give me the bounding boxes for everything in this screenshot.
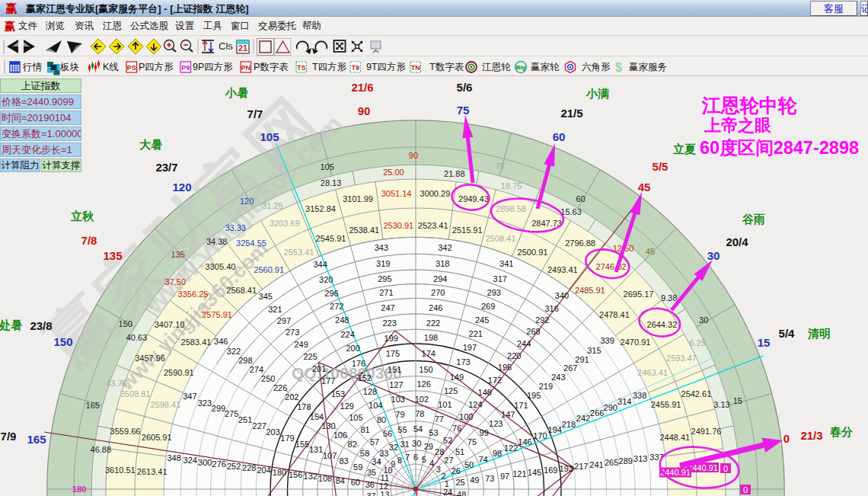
svg-text:245: 245 — [475, 315, 489, 325]
svg-text:105: 105 — [320, 162, 333, 171]
svg-text:43.75: 43.75 — [106, 379, 127, 388]
svg-text:147: 147 — [501, 410, 515, 419]
svg-text:江恩轮中轮: 江恩轮中轮 — [701, 94, 798, 116]
svg-text:3356.25: 3356.25 — [178, 290, 209, 299]
svg-text:321: 321 — [268, 305, 282, 314]
svg-text:131: 131 — [309, 445, 323, 454]
svg-text:170: 170 — [533, 431, 547, 440]
svg-text:223: 223 — [382, 318, 396, 328]
svg-text:2590.91: 2590.91 — [164, 368, 194, 377]
svg-text:225: 225 — [303, 352, 317, 361]
svg-text:20/4: 20/4 — [726, 235, 748, 248]
svg-text:244: 244 — [517, 339, 531, 348]
svg-text:271: 271 — [379, 288, 393, 297]
svg-text:300: 300 — [198, 458, 212, 467]
svg-text:224: 224 — [340, 330, 354, 339]
svg-text:265: 265 — [605, 458, 618, 467]
svg-text:196: 196 — [498, 363, 512, 372]
svg-text:249: 249 — [294, 340, 308, 349]
svg-text:317: 317 — [493, 274, 507, 283]
svg-text:T9: T9 — [352, 64, 360, 72]
svg-text:320: 320 — [319, 275, 333, 284]
svg-text:203: 203 — [266, 427, 279, 437]
svg-text:33.33: 33.33 — [225, 223, 246, 232]
svg-text:2583.41: 2583.41 — [181, 338, 212, 347]
svg-text:82: 82 — [348, 440, 357, 449]
svg-text:37.50: 37.50 — [165, 277, 187, 286]
svg-text:2478.41: 2478.41 — [599, 310, 630, 319]
svg-text:135: 135 — [103, 249, 122, 262]
svg-text:Cls: Cls — [219, 40, 233, 52]
svg-text:60: 60 — [351, 478, 360, 487]
svg-text:50: 50 — [464, 460, 474, 469]
svg-text:146: 146 — [518, 437, 531, 446]
svg-text:169: 169 — [544, 466, 557, 475]
svg-text:346: 346 — [214, 337, 228, 346]
svg-text:2598.41: 2598.41 — [151, 400, 181, 409]
svg-text:270: 270 — [431, 288, 445, 297]
svg-text:248: 248 — [335, 315, 349, 325]
svg-text:3305.40: 3305.40 — [206, 262, 236, 271]
svg-text:P9: P9 — [181, 64, 190, 72]
svg-text:299: 299 — [212, 404, 225, 413]
svg-text:59: 59 — [353, 462, 362, 472]
svg-text:323: 323 — [198, 398, 212, 408]
svg-text:2493.41: 2493.41 — [547, 265, 578, 274]
svg-text:135: 135 — [171, 250, 185, 259]
svg-text:2530.91: 2530.91 — [383, 221, 413, 230]
svg-text:2644.32: 2644.32 — [647, 320, 678, 329]
svg-text:276: 276 — [212, 459, 226, 469]
svg-text:150: 150 — [419, 365, 432, 374]
svg-text:293: 293 — [487, 288, 501, 297]
svg-text:153: 153 — [331, 389, 345, 398]
svg-text:25.00: 25.00 — [383, 168, 404, 177]
svg-text:193: 193 — [560, 464, 573, 473]
svg-text:PN: PN — [241, 64, 251, 72]
svg-text:173: 173 — [456, 357, 470, 366]
svg-text:37: 37 — [366, 491, 375, 496]
svg-text:78: 78 — [415, 409, 424, 418]
svg-text:81: 81 — [360, 425, 369, 434]
svg-text:46.88: 46.88 — [91, 445, 112, 454]
svg-text:204: 204 — [257, 466, 270, 475]
svg-text:227: 227 — [253, 421, 266, 430]
svg-text:123: 123 — [489, 419, 503, 428]
svg-text:2605.91: 2605.91 — [142, 433, 172, 442]
svg-text:13: 13 — [380, 490, 389, 496]
svg-text:171: 171 — [514, 401, 528, 410]
svg-text:152: 152 — [358, 373, 372, 382]
svg-text:121: 121 — [512, 469, 526, 478]
svg-text:5: 5 — [422, 455, 426, 464]
svg-text:247: 247 — [381, 303, 394, 312]
svg-text:348: 348 — [167, 453, 180, 462]
svg-text:7/8: 7/8 — [81, 234, 97, 247]
svg-text:129: 129 — [340, 402, 354, 411]
svg-text:217: 217 — [574, 462, 588, 471]
svg-text:3559.66: 3559.66 — [110, 427, 141, 436]
svg-text:清明: 清明 — [807, 327, 831, 340]
svg-text:2: 2 — [441, 472, 445, 481]
svg-text:30: 30 — [699, 315, 708, 325]
svg-text:24: 24 — [443, 488, 452, 496]
svg-text:180: 180 — [72, 485, 86, 494]
svg-text:31: 31 — [400, 440, 409, 449]
svg-text:148: 148 — [478, 388, 492, 397]
svg-text:125: 125 — [444, 386, 458, 395]
svg-text:198: 198 — [424, 333, 438, 342]
svg-text:319: 319 — [376, 259, 390, 268]
svg-text:2508.41: 2508.41 — [486, 234, 516, 243]
svg-text:195: 195 — [527, 391, 541, 400]
svg-text:大暑: 大暑 — [139, 138, 162, 151]
svg-text:57: 57 — [370, 437, 379, 446]
svg-text:3610.51: 3610.51 — [105, 466, 136, 475]
svg-text:90: 90 — [409, 151, 418, 160]
svg-text:2448.41: 2448.41 — [659, 433, 690, 442]
svg-text:269: 269 — [481, 302, 495, 311]
svg-text:3508.81: 3508.81 — [120, 389, 151, 398]
svg-text:226: 226 — [273, 383, 287, 392]
svg-text:314: 314 — [617, 397, 631, 406]
svg-text:340: 340 — [555, 291, 569, 300]
svg-text:2491.76: 2491.76 — [691, 427, 722, 436]
svg-text:春分: 春分 — [829, 425, 853, 438]
svg-text:313: 313 — [633, 454, 647, 463]
